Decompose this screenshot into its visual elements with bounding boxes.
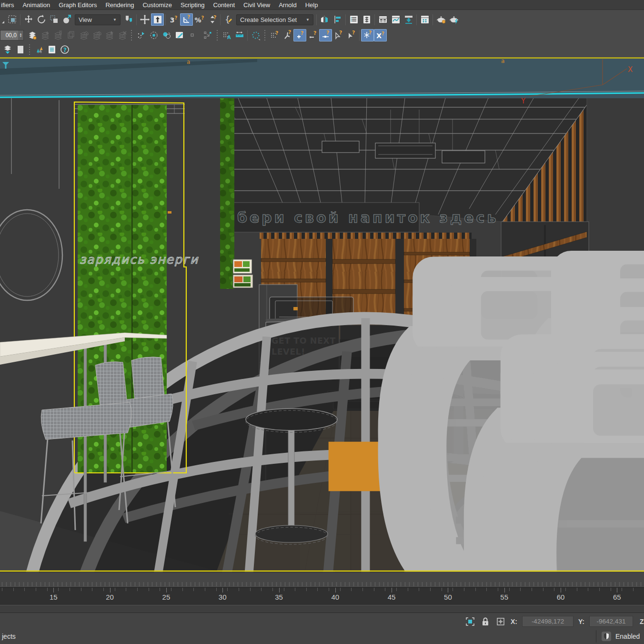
selection-lock-icon[interactable] xyxy=(480,616,491,627)
x-coordinate-field[interactable]: -42498,172 xyxy=(522,616,574,627)
select-in-layer-icon[interactable] xyxy=(103,29,116,41)
render-setup-icon[interactable] xyxy=(418,13,431,26)
select-and-place-icon[interactable] xyxy=(60,13,73,26)
timeline-tick xyxy=(543,588,543,591)
absolute-mode-icon[interactable] xyxy=(495,616,506,627)
timeline-tick xyxy=(24,588,25,591)
product-boxes[interactable] xyxy=(233,259,253,288)
use-pivot-point-icon[interactable] xyxy=(122,13,135,26)
freeze-help-icon[interactable]: ? xyxy=(361,29,374,41)
animation-spinner-field[interactable]: 00,0▲▼ xyxy=(0,30,24,41)
arrow-filled-help-icon[interactable]: ? xyxy=(345,29,358,41)
track-bar[interactable] xyxy=(0,605,644,613)
add-help-icon[interactable]: ? xyxy=(293,29,306,41)
menu-item-arnold[interactable]: Arnold xyxy=(274,1,301,9)
pivot-squares-icon[interactable] xyxy=(201,29,214,41)
help-circle-icon[interactable]: ? xyxy=(58,43,71,56)
timeline-tick-label: 25 xyxy=(162,593,171,601)
percent-snap-icon[interactable]: %? xyxy=(193,13,206,26)
viewport-canvas-icon[interactable] xyxy=(173,29,186,41)
grid-snap-help-icon[interactable]: ? xyxy=(268,29,281,41)
timeline-tick-label: 45 xyxy=(388,593,396,601)
notes-icon[interactable] xyxy=(45,43,58,56)
select-and-rotate-icon[interactable] xyxy=(35,13,48,26)
timeline-tick xyxy=(520,588,521,591)
ribbon-icon[interactable] xyxy=(376,13,389,26)
keyboard-override-icon[interactable] xyxy=(151,13,164,26)
timeline-tick xyxy=(396,588,397,591)
timeline-major-tick xyxy=(53,588,54,593)
menu-bar: ifiersAnimationGraph EditorsRenderingCus… xyxy=(0,0,644,10)
dock-viewport-icon[interactable] xyxy=(402,13,415,26)
menu-item-civil-view[interactable]: Civil View xyxy=(239,1,274,9)
timeline-tick xyxy=(295,588,295,591)
isolate-selection-icon[interactable] xyxy=(134,29,147,41)
slider-help-icon[interactable]: ? xyxy=(319,29,332,41)
select-and-move-icon[interactable] xyxy=(22,13,35,26)
menu-item-rendering[interactable]: Rendering xyxy=(101,1,138,9)
working-pivot-icon[interactable] xyxy=(249,29,262,41)
measure-distance-icon[interactable] xyxy=(233,29,246,41)
x-help-icon[interactable]: X? xyxy=(374,29,387,41)
menu-item-customize[interactable]: Customize xyxy=(138,1,176,9)
y-coordinate-field[interactable]: -9642,431 xyxy=(589,616,633,627)
moss-column[interactable] xyxy=(220,98,234,289)
selection-brackets-icon[interactable] xyxy=(465,616,475,627)
populate-trees-icon[interactable] xyxy=(32,43,45,56)
arrow-help-icon[interactable]: ? xyxy=(332,29,345,41)
spinner-snap-icon[interactable]: ? xyxy=(206,13,219,26)
moss-wall-text: зарядись энерги xyxy=(80,253,199,266)
select-region-icon[interactable] xyxy=(6,13,19,26)
svg-text:?: ? xyxy=(352,30,355,36)
remove-help-icon[interactable]: ? xyxy=(306,29,319,41)
curve-editor-icon[interactable] xyxy=(389,13,402,26)
collapse-layer-icon[interactable] xyxy=(116,29,129,41)
timeline-tick xyxy=(532,588,532,591)
menu-item-scripting[interactable]: Scripting xyxy=(176,1,209,9)
spheres-toggle-icon[interactable] xyxy=(160,29,173,41)
timeline-tick-label: 50 xyxy=(444,593,452,601)
timeline-tick xyxy=(588,588,588,591)
add-to-layer-icon[interactable] xyxy=(90,29,103,41)
target-display-icon[interactable] xyxy=(147,29,160,41)
timeline-tick xyxy=(464,588,464,591)
tiny-square-icon[interactable] xyxy=(186,29,199,41)
select-and-scale-icon[interactable] xyxy=(48,13,60,26)
menu-item-animation[interactable]: Animation xyxy=(18,1,54,9)
timeline-tick xyxy=(362,588,363,591)
timeline-ruler[interactable]: 01520253035404550556065 xyxy=(0,587,644,605)
reference-coordinate-dropdown[interactable]: View▼ xyxy=(75,14,121,25)
menu-item-help[interactable]: Help xyxy=(301,1,322,9)
render-settings-teapot-icon[interactable] xyxy=(434,13,447,26)
layer-explorer-icon[interactable] xyxy=(360,13,373,26)
bone-help-icon[interactable]: ? xyxy=(281,29,293,41)
layers-flyout-icon[interactable] xyxy=(1,43,14,56)
menu-item-content[interactable]: Content xyxy=(209,1,239,9)
viewport[interactable]: бери свой напиток здесь xyxy=(0,57,644,587)
prompt-row: jects Enabled xyxy=(2,630,644,643)
named-selection-set-dropdown[interactable]: Create Selection Set▼ xyxy=(236,14,313,25)
spinner-arrows-icon[interactable]: ▲▼ xyxy=(18,31,23,40)
menu-item-graph-editors[interactable]: Graph Editors xyxy=(54,1,101,9)
timeline-major-tick xyxy=(222,588,223,593)
angle-snap-icon[interactable]: ? xyxy=(180,13,193,26)
scene-explorer-icon[interactable] xyxy=(347,13,360,26)
select-and-manipulate-icon[interactable] xyxy=(138,13,151,26)
menu-item-ifiers[interactable]: ifiers xyxy=(0,1,18,9)
edit-named-selection-icon[interactable]: { xyxy=(222,13,235,26)
toolbar-separator xyxy=(136,14,137,25)
align-icon[interactable] xyxy=(331,13,344,26)
layer-manager-icon[interactable] xyxy=(26,29,39,41)
timeline-tick xyxy=(442,588,442,591)
render-production-teapot-icon[interactable] xyxy=(447,13,460,26)
create-layer-icon[interactable] xyxy=(39,29,51,41)
delete-layer-icon[interactable] xyxy=(51,29,64,41)
snaps-toggle-3d-icon[interactable]: 3? xyxy=(167,13,180,26)
copy-to-layer-icon[interactable] xyxy=(64,29,77,41)
mirror-icon[interactable] xyxy=(318,13,331,26)
swatch-icon[interactable] xyxy=(14,43,27,56)
grid-align-a-icon[interactable]: A xyxy=(220,29,233,41)
shield-icon[interactable] xyxy=(601,631,612,642)
svg-text:?: ? xyxy=(301,30,303,36)
layer-home-icon[interactable] xyxy=(77,29,90,41)
